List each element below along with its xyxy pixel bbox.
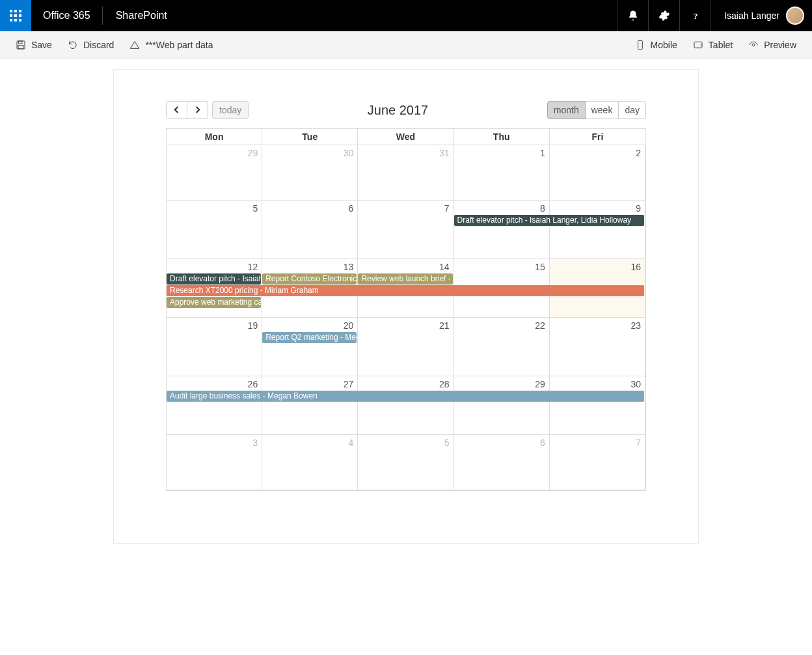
mobile-icon: [635, 40, 645, 50]
svg-rect-6: [10, 19, 12, 21]
calendar-day-cell[interactable]: 9: [550, 201, 645, 259]
calendar-event[interactable]: Review web launch brief - Is: [358, 273, 452, 285]
calendar-nav: today: [166, 101, 249, 119]
calendar-day-cell[interactable]: 6: [262, 201, 358, 259]
help-button[interactable]: ?: [679, 0, 710, 31]
svg-rect-3: [10, 14, 12, 17]
calendar-day-cell[interactable]: 1: [454, 145, 550, 201]
calendar-week-row: 29303112: [167, 145, 645, 201]
today-button[interactable]: today: [212, 101, 249, 119]
calendar-day-cell[interactable]: 28: [358, 376, 453, 435]
calendar-week-row: 2627282930Audit large business sales - M…: [167, 376, 645, 435]
calendar-day-cell[interactable]: 21: [358, 318, 453, 376]
help-icon: ?: [690, 10, 701, 21]
calendar-day-cell[interactable]: 19: [167, 318, 262, 376]
calendar-day-cell[interactable]: 7: [358, 201, 453, 259]
svg-point-18: [752, 44, 755, 46]
calendar-day-cell[interactable]: 30: [550, 376, 645, 435]
prev-button[interactable]: [166, 101, 187, 119]
calendar-day-cell[interactable]: 2: [550, 145, 645, 201]
app-launcher-button[interactable]: [0, 0, 31, 31]
calendar-week-row: 1213141516Draft elevator pitch - Isaiah …: [167, 259, 645, 318]
preview-label: Preview: [764, 40, 796, 50]
svg-rect-12: [18, 45, 23, 48]
calendar-day-cell[interactable]: 6: [454, 435, 550, 490]
view-switch: month week day: [547, 101, 646, 119]
gear-icon: [658, 10, 670, 21]
bell-icon: [627, 10, 639, 21]
discard-button[interactable]: Discard: [60, 31, 122, 58]
calendar-toolbar: today June 2017 month week day: [166, 101, 646, 119]
calendar-week-row: 56789Draft elevator pitch - Isaiah Lange…: [167, 201, 645, 259]
svg-rect-5: [19, 14, 21, 17]
calendar-header-cell: Mon: [167, 129, 262, 145]
calendar-event[interactable]: Audit large business sales - Megan Bowen: [167, 391, 644, 402]
brand-link[interactable]: Office 365: [31, 10, 102, 21]
svg-text:?: ?: [693, 11, 697, 21]
calendar-event[interactable]: Report Contoso Electronics s: [262, 273, 357, 285]
notifications-button[interactable]: [617, 0, 648, 31]
svg-rect-14: [638, 40, 642, 49]
calendar-day-cell[interactable]: 8: [454, 201, 550, 259]
discard-label: Discard: [83, 40, 114, 50]
calendar-day-cell[interactable]: 29: [454, 376, 550, 435]
calendar-header-cell: Tue: [262, 129, 358, 145]
calendar-header-cell: Fri: [550, 129, 645, 145]
calendar-day-cell[interactable]: 22: [454, 318, 550, 376]
calendar-day-cell[interactable]: 26: [167, 376, 262, 435]
calendar-day-cell[interactable]: 3: [167, 435, 262, 490]
chevron-right-icon: [194, 106, 201, 113]
week-view-button[interactable]: week: [586, 101, 619, 119]
month-view-button[interactable]: month: [547, 101, 586, 119]
svg-rect-7: [14, 19, 17, 21]
app-name: SharePoint: [103, 10, 180, 21]
tablet-label: Tablet: [709, 40, 733, 50]
calendar-day-cell[interactable]: 31: [358, 145, 453, 201]
calendar-day-cell[interactable]: 29: [167, 145, 262, 201]
calendar-day-cell[interactable]: 20: [262, 318, 358, 376]
mobile-view-button[interactable]: Mobile: [627, 31, 685, 58]
settings-button[interactable]: [648, 0, 679, 31]
calendar-week-row: 34567: [167, 435, 645, 490]
calendar-header-cell: Thu: [454, 129, 550, 145]
day-view-button[interactable]: day: [619, 101, 646, 119]
svg-rect-1: [14, 10, 17, 12]
save-button[interactable]: Save: [8, 31, 60, 58]
calendar-event[interactable]: Report Q2 marketing - Meg: [262, 332, 357, 343]
calendar-day-cell[interactable]: 4: [262, 435, 358, 490]
webpart-label: ***Web part data: [145, 40, 213, 50]
user-menu[interactable]: Isaiah Langer: [710, 0, 812, 31]
calendar-day-cell[interactable]: 5: [167, 201, 262, 259]
chevron-left-icon: [173, 106, 180, 113]
next-button[interactable]: [187, 101, 208, 119]
tablet-icon: [693, 40, 703, 50]
triangle-icon: [129, 40, 140, 50]
mobile-label: Mobile: [651, 40, 677, 50]
undo-icon: [68, 40, 78, 50]
calendar-event[interactable]: Approve web marketing cam: [167, 297, 261, 308]
webpart-data-button[interactable]: ***Web part data: [122, 31, 221, 58]
calendar-day-cell[interactable]: 23: [550, 318, 645, 376]
calendar-day-cell[interactable]: 27: [262, 376, 358, 435]
calendar-event[interactable]: Research XT2000 pricing - Miriam Graham: [167, 285, 644, 296]
save-icon: [16, 40, 26, 50]
command-bar: Save Discard ***Web part data Mobile Tab…: [0, 31, 812, 59]
user-name: Isaiah Langer: [724, 10, 779, 21]
preview-button[interactable]: Preview: [740, 31, 804, 58]
calendar-event[interactable]: Draft elevator pitch - Isaiah L: [167, 273, 261, 285]
calendar-week-row: 1920212223Report Q2 marketing - Meg: [167, 318, 645, 376]
svg-rect-8: [19, 19, 21, 21]
svg-point-17: [701, 44, 701, 45]
calendar-day-cell[interactable]: 7: [550, 435, 645, 490]
avatar: [786, 7, 804, 25]
page-canvas: today June 2017 month week day MonTueWed…: [113, 69, 699, 544]
calendar-grid: MonTueWedThuFri 2930311256789Draft eleva…: [166, 128, 646, 491]
calendar-body: 2930311256789Draft elevator pitch - Isai…: [167, 145, 645, 490]
tablet-view-button[interactable]: Tablet: [685, 31, 740, 58]
svg-rect-4: [14, 14, 17, 17]
svg-rect-11: [19, 41, 22, 44]
calendar-day-cell[interactable]: 30: [262, 145, 358, 201]
calendar-event[interactable]: Draft elevator pitch - Isaiah Langer, Li…: [454, 215, 644, 226]
svg-marker-13: [131, 41, 139, 48]
calendar-day-cell[interactable]: 5: [358, 435, 453, 490]
